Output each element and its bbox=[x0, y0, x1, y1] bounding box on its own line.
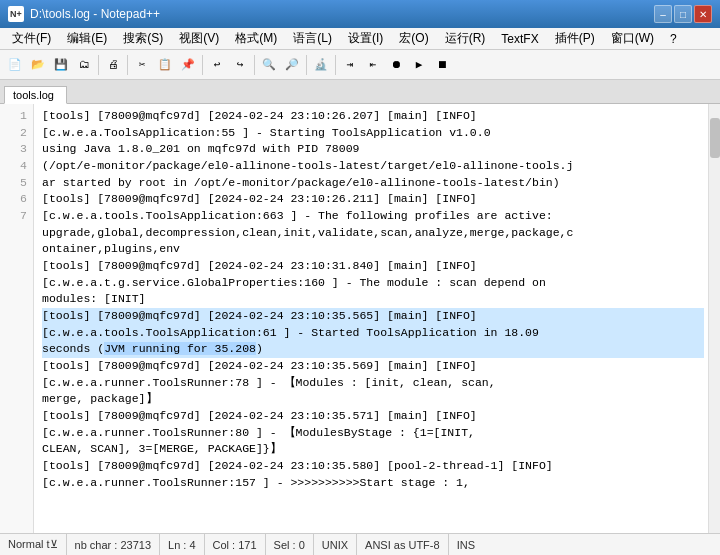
macro-save-button[interactable]: ⏹ bbox=[431, 54, 453, 76]
zoom-in-button[interactable]: 🔬 bbox=[310, 54, 332, 76]
macro-play-button[interactable]: ▶ bbox=[408, 54, 430, 76]
title-bar: N+ D:\tools.log - Notepad++ – □ ✕ bbox=[0, 0, 720, 28]
editor-area: 1234567 [tools] [78009@mqfc97d] [2024-02… bbox=[0, 104, 720, 533]
toolbar-sep-3 bbox=[202, 55, 203, 75]
status-ln: Ln : 4 bbox=[160, 534, 205, 555]
status-sel: Sel : 0 bbox=[266, 534, 314, 555]
line-number-1: 1 bbox=[0, 108, 33, 125]
toolbar-sep-5 bbox=[306, 55, 307, 75]
status-nb-char: nb char : 23713 bbox=[67, 534, 160, 555]
undo-button[interactable]: ↩ bbox=[206, 54, 228, 76]
toolbar-sep-1 bbox=[98, 55, 99, 75]
indent-button[interactable]: ⇥ bbox=[339, 54, 361, 76]
line-number-3: 3 bbox=[0, 141, 33, 158]
paste-button[interactable]: 📌 bbox=[177, 54, 199, 76]
status-ins: INS bbox=[449, 534, 483, 555]
status-line-end: UNIX bbox=[314, 534, 357, 555]
print-button[interactable]: 🖨 bbox=[102, 54, 124, 76]
save-all-button[interactable]: 🗂 bbox=[73, 54, 95, 76]
status-mode: Normal t⊻ bbox=[8, 534, 67, 555]
menu-plugins[interactable]: 插件(P) bbox=[547, 28, 603, 49]
menu-bar: 文件(F) 编辑(E) 搜索(S) 视图(V) 格式(M) 语言(L) 设置(I… bbox=[0, 28, 720, 50]
code-line-6[interactable]: [tools] [78009@mqfc97d] [2024-02-24 23:1… bbox=[42, 408, 704, 458]
menu-search[interactable]: 搜索(S) bbox=[115, 28, 171, 49]
scroll-thumb[interactable] bbox=[710, 118, 720, 158]
menu-window[interactable]: 窗口(W) bbox=[603, 28, 662, 49]
toolbar: 📄 📂 💾 🗂 🖨 ✂ 📋 📌 ↩ ↪ 🔍 🔎 🔬 ⇥ ⇤ ⏺ ▶ ⏹ bbox=[0, 50, 720, 80]
status-col: Col : 171 bbox=[205, 534, 266, 555]
toolbar-sep-2 bbox=[127, 55, 128, 75]
maximize-button[interactable]: □ bbox=[674, 5, 692, 23]
toolbar-sep-4 bbox=[254, 55, 255, 75]
find-button[interactable]: 🔍 bbox=[258, 54, 280, 76]
save-button[interactable]: 💾 bbox=[50, 54, 72, 76]
tab-tools-log[interactable]: tools.log bbox=[4, 86, 67, 104]
menu-textfx[interactable]: TextFX bbox=[493, 30, 546, 48]
close-button[interactable]: ✕ bbox=[694, 5, 712, 23]
cut-button[interactable]: ✂ bbox=[131, 54, 153, 76]
status-bar: Normal t⊻ nb char : 23713 Ln : 4 Col : 1… bbox=[0, 533, 720, 555]
open-button[interactable]: 📂 bbox=[27, 54, 49, 76]
code-line-4[interactable]: [tools] [78009@mqfc97d] [2024-02-24 23:1… bbox=[42, 308, 704, 358]
menu-format[interactable]: 格式(M) bbox=[227, 28, 285, 49]
tab-bar: tools.log bbox=[0, 80, 720, 104]
status-encoding: ANSI as UTF-8 bbox=[357, 534, 449, 555]
window-title: D:\tools.log - Notepad++ bbox=[30, 7, 654, 21]
line-number-7: 7 bbox=[0, 208, 33, 225]
line-number-6: 6 bbox=[0, 191, 33, 208]
unindent-button[interactable]: ⇤ bbox=[362, 54, 384, 76]
code-line-7[interactable]: [tools] [78009@mqfc97d] [2024-02-24 23:1… bbox=[42, 458, 704, 491]
find-replace-button[interactable]: 🔎 bbox=[281, 54, 303, 76]
menu-settings[interactable]: 设置(I) bbox=[340, 28, 391, 49]
line-number-2: 2 bbox=[0, 125, 33, 142]
code-line-1[interactable]: [tools] [78009@mqfc97d] [2024-02-24 23:1… bbox=[42, 108, 704, 191]
scrollbar-vertical[interactable] bbox=[708, 104, 720, 533]
code-line-5[interactable]: [tools] [78009@mqfc97d] [2024-02-24 23:1… bbox=[42, 358, 704, 408]
menu-run[interactable]: 运行(R) bbox=[437, 28, 494, 49]
tab-label: tools.log bbox=[13, 89, 54, 101]
line-number-5: 5 bbox=[0, 175, 33, 192]
code-content[interactable]: [tools] [78009@mqfc97d] [2024-02-24 23:1… bbox=[34, 104, 708, 533]
menu-language[interactable]: 语言(L) bbox=[285, 28, 340, 49]
redo-button[interactable]: ↪ bbox=[229, 54, 251, 76]
menu-edit[interactable]: 编辑(E) bbox=[59, 28, 115, 49]
window-controls: – □ ✕ bbox=[654, 5, 712, 23]
code-line-2[interactable]: [tools] [78009@mqfc97d] [2024-02-24 23:1… bbox=[42, 191, 704, 258]
menu-help[interactable]: ? bbox=[662, 30, 685, 48]
minimize-button[interactable]: – bbox=[654, 5, 672, 23]
line-number-4: 4 bbox=[0, 158, 33, 175]
new-button[interactable]: 📄 bbox=[4, 54, 26, 76]
app-icon: N+ bbox=[8, 6, 24, 22]
macro-record-button[interactable]: ⏺ bbox=[385, 54, 407, 76]
menu-file[interactable]: 文件(F) bbox=[4, 28, 59, 49]
menu-view[interactable]: 视图(V) bbox=[171, 28, 227, 49]
copy-button[interactable]: 📋 bbox=[154, 54, 176, 76]
toolbar-sep-6 bbox=[335, 55, 336, 75]
menu-macro[interactable]: 宏(O) bbox=[391, 28, 436, 49]
code-line-3[interactable]: [tools] [78009@mqfc97d] [2024-02-24 23:1… bbox=[42, 258, 704, 308]
line-numbers: 1234567 bbox=[0, 104, 34, 533]
